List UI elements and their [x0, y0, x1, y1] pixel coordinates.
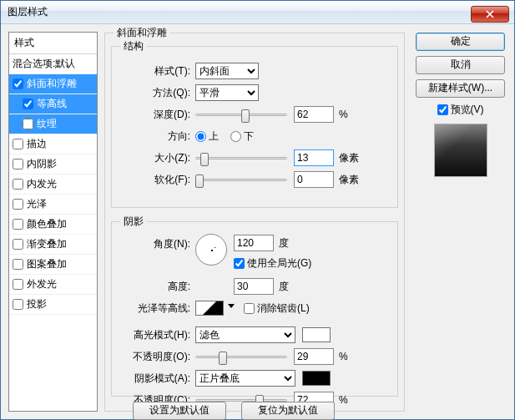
- main-legend: 斜面和浮雕: [114, 26, 170, 40]
- new-style-button[interactable]: 新建样式(W)...: [416, 79, 505, 98]
- style-item-label: 内发光: [27, 177, 57, 191]
- style-item-label: 渐变叠加: [27, 237, 67, 251]
- style-item-label: 投影: [27, 297, 47, 311]
- style-item-label: 等高线: [37, 97, 67, 111]
- style-item-checkbox[interactable]: [13, 219, 23, 230]
- style-item-4[interactable]: 内阴影: [9, 154, 97, 175]
- style-item-2[interactable]: 纹理: [9, 114, 97, 134]
- highlight-mode-select[interactable]: 滤色: [195, 326, 295, 343]
- shading-legend: 阴影: [120, 215, 147, 229]
- shadow-color-swatch[interactable]: [302, 371, 331, 386]
- size-unit: 像素: [339, 151, 359, 165]
- style-item-label: 描边: [27, 137, 47, 151]
- style-item-checkbox[interactable]: [13, 199, 23, 210]
- highlight-opacity-label: 不透明度(O):: [120, 350, 195, 364]
- style-item-7[interactable]: 颜色叠加: [9, 215, 97, 235]
- antialias-checkbox[interactable]: 消除锯齿(L): [244, 301, 310, 316]
- style-item-checkbox[interactable]: [13, 239, 23, 250]
- style-item-label: 光泽: [27, 197, 47, 211]
- shadow-opacity-unit: %: [339, 394, 348, 406]
- soften-slider[interactable]: [195, 171, 287, 188]
- style-item-9[interactable]: 图案叠加: [9, 255, 97, 275]
- global-light-checkbox[interactable]: 使用全局光(G): [234, 254, 311, 272]
- structure-legend: 结构: [120, 39, 147, 53]
- close-icon: [486, 10, 494, 18]
- style-item-checkbox[interactable]: [13, 179, 23, 190]
- soften-unit: 像素: [339, 173, 359, 187]
- style-select[interactable]: 内斜面: [195, 63, 259, 79]
- shadow-mode-label: 阴影模式(A):: [120, 372, 195, 386]
- angle-unit: 度: [279, 236, 289, 250]
- window-title: 图层样式: [8, 5, 48, 19]
- angle-label: 角度(N):: [120, 234, 195, 251]
- altitude-label: 高度:: [120, 280, 195, 294]
- close-button[interactable]: [471, 6, 509, 23]
- size-label: 大小(Z):: [120, 151, 195, 165]
- angle-dial[interactable]: [195, 234, 227, 266]
- highlight-opacity-input[interactable]: [294, 348, 334, 365]
- style-item-checkbox[interactable]: [13, 159, 23, 170]
- style-item-label: 斜面和浮雕: [27, 77, 77, 91]
- style-item-checkbox[interactable]: [13, 259, 23, 270]
- highlight-mode-label: 高光模式(H):: [120, 328, 195, 342]
- style-item-0[interactable]: 斜面和浮雕: [9, 74, 97, 94]
- depth-slider[interactable]: [195, 106, 287, 123]
- contour-label: 光泽等高线:: [120, 301, 195, 316]
- preview-checkbox[interactable]: 预览(V): [437, 103, 484, 117]
- styles-panel: 样式 混合选项:默认 斜面和浮雕等高线纹理描边内阴影内发光光泽颜色叠加渐变叠加图…: [8, 32, 98, 412]
- soften-label: 软化(F):: [120, 173, 195, 187]
- style-item-8[interactable]: 渐变叠加: [9, 235, 97, 255]
- shadow-mode-select[interactable]: 正片叠底: [195, 370, 295, 387]
- direction-up[interactable]: 上: [195, 129, 219, 144]
- depth-input[interactable]: [294, 106, 334, 123]
- style-item-5[interactable]: 内发光: [9, 175, 97, 195]
- style-item-3[interactable]: 描边: [9, 134, 97, 154]
- reset-default-button[interactable]: 复位为默认值: [241, 402, 335, 420]
- highlight-opacity-slider[interactable]: [195, 348, 287, 365]
- depth-label: 深度(D):: [120, 108, 195, 122]
- contour-picker[interactable]: [195, 301, 224, 316]
- method-label: 方法(Q):: [120, 86, 195, 100]
- style-item-label: 颜色叠加: [27, 217, 67, 231]
- depth-unit: %: [339, 109, 348, 120]
- highlight-color-swatch[interactable]: [302, 327, 331, 342]
- altitude-input[interactable]: [234, 278, 274, 295]
- direction-down[interactable]: 下: [230, 129, 254, 144]
- style-item-label: 纹理: [37, 117, 57, 131]
- style-item-label: 图案叠加: [27, 257, 67, 271]
- size-slider[interactable]: [195, 149, 287, 166]
- preview-thumbnail: [434, 124, 487, 177]
- style-item-checkbox[interactable]: [23, 119, 33, 129]
- style-label: 样式(T):: [120, 64, 195, 78]
- method-select[interactable]: 平滑: [195, 84, 259, 101]
- make-default-button[interactable]: 设置为默认值: [133, 402, 226, 420]
- style-item-1[interactable]: 等高线: [9, 94, 97, 114]
- style-item-11[interactable]: 投影: [9, 295, 97, 315]
- direction-label: 方向:: [120, 129, 195, 144]
- style-item-checkbox[interactable]: [23, 99, 33, 109]
- style-item-6[interactable]: 光泽: [9, 195, 97, 215]
- angle-input[interactable]: [234, 235, 274, 251]
- soften-input[interactable]: [294, 171, 334, 188]
- style-item-label: 外发光: [27, 277, 57, 291]
- ok-button[interactable]: 确定: [416, 33, 505, 51]
- styles-header: 样式: [9, 33, 97, 54]
- highlight-opacity-unit: %: [339, 351, 348, 362]
- size-input[interactable]: [294, 149, 334, 166]
- style-item-checkbox[interactable]: [13, 299, 23, 310]
- blend-options-row[interactable]: 混合选项:默认: [9, 54, 97, 74]
- altitude-unit: 度: [279, 280, 289, 294]
- style-item-label: 内阴影: [27, 157, 57, 171]
- style-item-checkbox[interactable]: [13, 139, 23, 149]
- style-item-10[interactable]: 外发光: [9, 275, 97, 295]
- cancel-button[interactable]: 取消: [416, 56, 505, 74]
- style-item-checkbox[interactable]: [13, 78, 23, 89]
- style-item-checkbox[interactable]: [13, 279, 23, 290]
